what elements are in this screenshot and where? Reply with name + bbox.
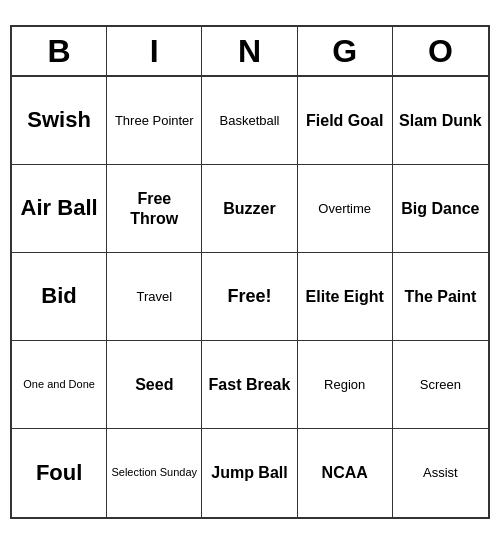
bingo-grid: SwishThree PointerBasketballField GoalSl… [12, 77, 488, 517]
bingo-cell-1[interactable]: Three Pointer [107, 77, 202, 165]
bingo-cell-23[interactable]: NCAA [298, 429, 393, 517]
bingo-cell-2[interactable]: Basketball [202, 77, 297, 165]
bingo-cell-5[interactable]: Air Ball [12, 165, 107, 253]
bingo-cell-19[interactable]: Screen [393, 341, 488, 429]
header-i: I [107, 27, 202, 75]
bingo-cell-4[interactable]: Slam Dunk [393, 77, 488, 165]
bingo-cell-0[interactable]: Swish [12, 77, 107, 165]
bingo-cell-12[interactable]: Free! [202, 253, 297, 341]
bingo-cell-20[interactable]: Foul [12, 429, 107, 517]
bingo-cell-21[interactable]: Selection Sunday [107, 429, 202, 517]
bingo-header: B I N G O [12, 27, 488, 77]
bingo-cell-13[interactable]: Elite Eight [298, 253, 393, 341]
bingo-cell-7[interactable]: Buzzer [202, 165, 297, 253]
bingo-cell-18[interactable]: Region [298, 341, 393, 429]
bingo-cell-14[interactable]: The Paint [393, 253, 488, 341]
header-g: G [298, 27, 393, 75]
bingo-cell-8[interactable]: Overtime [298, 165, 393, 253]
bingo-cell-6[interactable]: Free Throw [107, 165, 202, 253]
bingo-cell-22[interactable]: Jump Ball [202, 429, 297, 517]
header-o: O [393, 27, 488, 75]
bingo-cell-16[interactable]: Seed [107, 341, 202, 429]
bingo-cell-3[interactable]: Field Goal [298, 77, 393, 165]
header-n: N [202, 27, 297, 75]
bingo-cell-11[interactable]: Travel [107, 253, 202, 341]
header-b: B [12, 27, 107, 75]
bingo-cell-24[interactable]: Assist [393, 429, 488, 517]
bingo-cell-17[interactable]: Fast Break [202, 341, 297, 429]
bingo-cell-15[interactable]: One and Done [12, 341, 107, 429]
bingo-cell-10[interactable]: Bid [12, 253, 107, 341]
bingo-card: B I N G O SwishThree PointerBasketballFi… [10, 25, 490, 519]
bingo-cell-9[interactable]: Big Dance [393, 165, 488, 253]
